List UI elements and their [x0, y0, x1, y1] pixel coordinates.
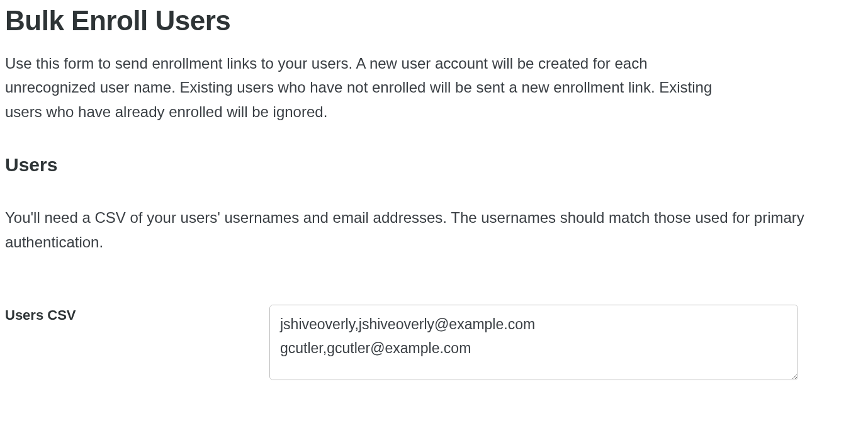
- csv-form-row: Users CSV: [5, 305, 863, 380]
- csv-label: Users CSV: [5, 305, 269, 324]
- users-description: You'll need a CSV of your users' usernam…: [5, 206, 861, 254]
- users-heading: Users: [5, 154, 863, 176]
- intro-text: Use this form to send enrollment links t…: [5, 52, 735, 124]
- page-title: Bulk Enroll Users: [5, 5, 863, 37]
- users-csv-input[interactable]: [269, 305, 798, 380]
